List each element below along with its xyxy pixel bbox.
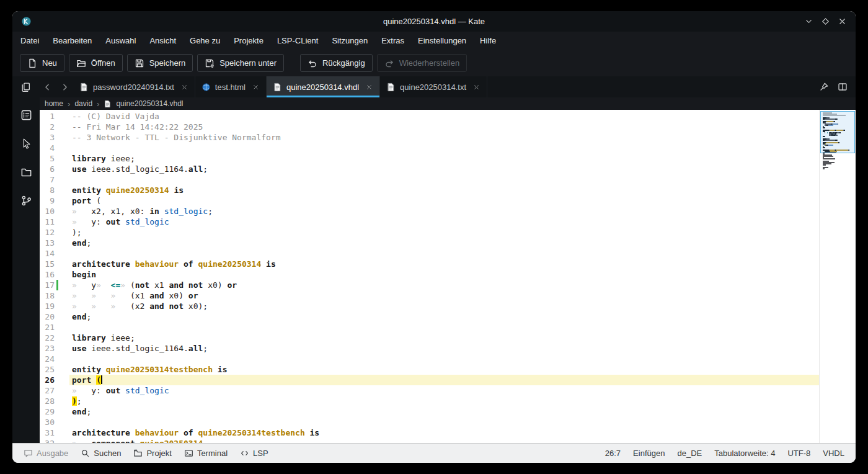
diagnostics-panel-button[interactable]: [17, 134, 35, 153]
insert-mode[interactable]: Einfügen: [627, 444, 671, 463]
code-line[interactable]: 10»x2, x1, x0: in std_logic;: [40, 206, 820, 217]
split-view-button[interactable]: [836, 80, 849, 94]
filesystem-panel-button[interactable]: [17, 163, 35, 181]
git-panel-button[interactable]: [17, 191, 35, 210]
tab-marker: »: [72, 385, 91, 396]
menu-hilfe[interactable]: Hilfe: [473, 32, 503, 50]
tab-scroll-left-button[interactable]: [38, 76, 56, 97]
minimap-viewport[interactable]: [820, 111, 855, 153]
dictionary[interactable]: de_DE: [671, 444, 708, 463]
code-line[interactable]: 24: [40, 354, 820, 364]
editor[interactable]: 1-- (C) David Vajda2-- Fri Mar 14 14:42:…: [40, 110, 856, 443]
menu-lsp-client[interactable]: LSP-CLient: [270, 32, 325, 50]
tab-marker: »: [72, 438, 91, 443]
menu-ansicht[interactable]: Ansicht: [143, 32, 183, 50]
editor-lines[interactable]: 1-- (C) David Vajda2-- Fri Mar 14 14:42:…: [40, 111, 820, 443]
code-line[interactable]: 3-- 3 Network - TTL - Disjunktive Normal…: [40, 132, 820, 143]
code-line[interactable]: 28);: [40, 396, 820, 406]
tab-quine20250314-vhdl[interactable]: quine20250314.vhdl: [267, 76, 380, 97]
pin-icon: [819, 82, 829, 92]
menu-bearbeiten[interactable]: Bearbeiten: [46, 32, 99, 50]
code-line[interactable]: 13end;: [40, 238, 820, 248]
code-line[interactable]: 6use ieee.std_logic_1164.all;: [40, 164, 820, 174]
tab-width[interactable]: Tabulatorweite: 4: [708, 444, 781, 463]
pin-tab-button[interactable]: [817, 80, 831, 94]
tab-close-button[interactable]: [252, 83, 260, 91]
code-line[interactable]: 31architecture behaviour of quine2025031…: [40, 427, 820, 438]
toolbar-open-folder-button[interactable]: Öffnen: [69, 54, 123, 72]
encoding[interactable]: UTF-8: [781, 444, 817, 463]
toolbar-new-document-button[interactable]: Neu: [20, 54, 64, 72]
code-line[interactable]: 21: [40, 322, 820, 333]
tab-close-button[interactable]: [472, 83, 480, 91]
lsp-icon: [240, 449, 249, 458]
code-line[interactable]: 12);: [40, 227, 820, 238]
line-number: 26: [40, 375, 69, 385]
code-line[interactable]: 25entity quine20250314testbench is: [40, 364, 820, 375]
tab-scroll-right-button[interactable]: [56, 76, 73, 97]
code-line[interactable]: 2-- Fri Mar 14 14:42:22 2025: [40, 122, 820, 132]
code-line[interactable]: 5library ieee;: [40, 153, 820, 164]
code-line[interactable]: 16begin: [40, 269, 820, 280]
code-line[interactable]: 9port (: [40, 195, 820, 206]
code-line[interactable]: 27»y: out std_logic: [40, 385, 820, 396]
code-line[interactable]: 15architecture behaviour of quine2025031…: [40, 259, 820, 269]
line-number: 4: [40, 143, 69, 153]
code-line[interactable]: 32»component quine20250314: [40, 438, 820, 443]
output-button[interactable]: Ausgabe: [17, 444, 74, 463]
code-line[interactable]: 19»»»(x2 and not x0);: [40, 301, 820, 311]
breadcrumb-file[interactable]: quine20250314.vhdl: [116, 99, 183, 108]
minimap[interactable]: [819, 110, 856, 443]
project-button[interactable]: Projekt: [127, 444, 177, 463]
code-line[interactable]: 11»y: out std_logic: [40, 217, 820, 227]
tab-close-button[interactable]: [365, 83, 373, 91]
tab-password20240914-txt[interactable]: password20240914.txt: [73, 76, 195, 97]
code-line[interactable]: 26port (: [40, 375, 820, 385]
breadcrumb-home[interactable]: home: [45, 99, 63, 108]
output-icon: [24, 449, 33, 458]
code-line[interactable]: 29end;: [40, 406, 820, 417]
tab-quine20250314-txt[interactable]: quine20250314.txt: [380, 76, 487, 97]
menu-extras[interactable]: Extras: [374, 32, 411, 50]
toolbar-undo-button[interactable]: Rückgängig: [300, 54, 373, 72]
menu-datei[interactable]: Datei: [14, 32, 46, 50]
tab-marker: »: [72, 301, 91, 311]
line-number: 14: [40, 248, 69, 259]
code-line[interactable]: 4: [40, 143, 820, 153]
line-number: 27: [40, 385, 69, 396]
kate-window: quine20250314.vhdl — Kate DateiBearbeite…: [12, 11, 856, 463]
breadcrumb-david[interactable]: david: [74, 99, 92, 108]
code-line[interactable]: 17»y»<=»(not x1 and not x0) or: [40, 280, 820, 290]
toolbar-save-button[interactable]: Speichern: [127, 54, 193, 72]
code-line[interactable]: 7: [40, 174, 820, 185]
cursor-position[interactable]: 26:7: [599, 444, 627, 463]
code-line[interactable]: 8entity quine20250314 is: [40, 185, 820, 195]
menu-einstellungen[interactable]: Einstellungen: [411, 32, 473, 50]
code-line[interactable]: 22library ieee;: [40, 333, 820, 343]
menu-auswahl[interactable]: Auswahl: [99, 32, 143, 50]
close-button[interactable]: [838, 17, 847, 26]
search-button[interactable]: Suchen: [74, 444, 127, 463]
toolbar-redo-button[interactable]: Wiederherstellen: [377, 54, 467, 72]
outline-panel-button[interactable]: [17, 105, 35, 124]
code-line[interactable]: 23use ieee.std_logic_1164.all;: [40, 343, 820, 354]
terminal-button[interactable]: Terminal: [178, 444, 234, 463]
minimize-button[interactable]: [804, 17, 813, 26]
code-line[interactable]: 18»»»(x1 and x0) or: [40, 290, 820, 301]
toolbar-save-as-button[interactable]: Speichern unter: [197, 54, 284, 72]
tab-marker: »: [72, 290, 91, 301]
code-line[interactable]: 1-- (C) David Vajda: [40, 111, 820, 122]
code-line[interactable]: 30: [40, 417, 820, 427]
code-line[interactable]: 20end;: [40, 311, 820, 322]
title-bar[interactable]: quine20250314.vhdl — Kate: [12, 11, 856, 32]
maximize-button[interactable]: [821, 17, 830, 26]
menu-sitzungen[interactable]: Sitzungen: [325, 32, 374, 50]
lsp-button[interactable]: LSP: [234, 444, 275, 463]
syntax-mode[interactable]: VHDL: [817, 444, 851, 463]
documents-panel-button[interactable]: [12, 76, 38, 97]
menu-projekte[interactable]: Projekte: [227, 32, 270, 50]
tab-test-html[interactable]: test.html: [195, 76, 267, 97]
tab-close-button[interactable]: [180, 83, 188, 91]
code-line[interactable]: 14: [40, 248, 820, 259]
menu-gehe-zu[interactable]: Gehe zu: [183, 32, 227, 50]
